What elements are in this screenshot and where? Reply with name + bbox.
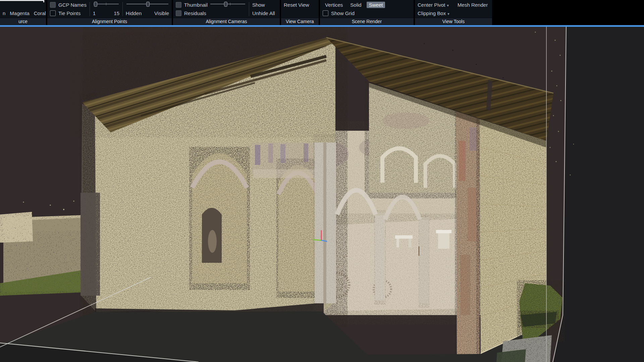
camera-size-slider[interactable] (210, 1, 246, 7)
tie-points-checkbox[interactable] (50, 10, 56, 16)
cropped-panel-fragment (0, 0, 44, 1)
hidden-visible-slider[interactable] (126, 1, 169, 7)
show-grid-label: Show Grid (331, 10, 355, 16)
altar (436, 230, 451, 233)
chevron-down-icon: ▾ (447, 3, 449, 7)
group-label-alignment-points: Alignment Points (47, 18, 172, 25)
gcp-names-label: GCP Names (58, 2, 87, 8)
hidden-label: Hidden (126, 10, 142, 16)
toolbar-group-alignment-points: GCP Names Tie Points 1 (47, 0, 172, 25)
render-mode-solid[interactable]: Solid (348, 2, 364, 8)
render-mode-vertices[interactable]: Vertices (323, 2, 345, 8)
corner-pier (80, 193, 100, 296)
toolbar-group-alignment-cameras: Thumbnail Residuals S (173, 0, 280, 25)
point-size-slider-handle[interactable] (94, 2, 97, 7)
show-button[interactable]: Show (252, 2, 265, 8)
gcp-names-checkbox[interactable] (50, 2, 56, 8)
hidden-visible-slider-handle[interactable] (146, 2, 150, 7)
mesh-render-button[interactable]: Mesh Render (458, 2, 488, 8)
color-option-coral[interactable]: Coral (34, 10, 46, 16)
tie-points-toggle[interactable]: Tie Points (50, 9, 87, 17)
show-grid-checkbox[interactable] (323, 10, 328, 16)
outside-clipbox-right (553, 27, 644, 362)
residuals-toggle[interactable]: Residuals (176, 9, 208, 17)
point-size-slider[interactable] (93, 1, 119, 7)
group-label-view-camera: View Camera (281, 18, 319, 25)
unhide-all-button[interactable]: Unhide All (252, 10, 275, 16)
camera-size-slider-handle[interactable] (224, 2, 227, 7)
clipping-box-dropdown[interactable]: Clipping Box▾ (418, 10, 449, 16)
chevron-down-icon: ▾ (447, 12, 449, 16)
cut-pier (315, 142, 336, 303)
tie-points-label: Tie Points (58, 10, 80, 16)
axis-x-green (313, 240, 321, 240)
group-label-alignment-cameras: Alignment Cameras (173, 18, 280, 25)
slider-max-value: 15 (114, 10, 119, 16)
reset-view-button[interactable]: Reset View (284, 2, 309, 8)
render-mode-sweet[interactable]: Sweet (367, 2, 385, 8)
toolbar-group-source: n Magenta Coral urce (0, 0, 46, 25)
thumbnail-toggle[interactable]: Thumbnail (176, 1, 208, 9)
color-option-truncated[interactable]: n (3, 10, 5, 16)
center-pivot-dropdown[interactable]: Center Pivot▾ (418, 2, 449, 8)
toolbar-filler (493, 0, 644, 25)
group-label-scene-render: Scene Render (320, 18, 414, 25)
thumbnail-label: Thumbnail (184, 2, 208, 8)
cropped-panel-fragment-corner (43, 0, 44, 2)
3d-viewport[interactable] (0, 27, 644, 362)
point-cloud-viewport-render (0, 27, 644, 362)
residuals-checkbox[interactable] (176, 10, 181, 16)
group-label-source: urce (0, 18, 46, 25)
toolbar-group-view-tools: Center Pivot▾ Mesh Render Clipping Box▾ … (415, 0, 492, 25)
top-toolbar: n Magenta Coral urce GCP Names Tie Point… (0, 0, 644, 25)
toolbar-group-view-camera: Reset View View Camera (281, 0, 319, 25)
slider-min-value: 1 (93, 10, 96, 16)
toolbar-group-scene-render: Vertices Solid Sweet Show Grid Scene Ren… (320, 0, 414, 25)
fresco-band (456, 111, 480, 355)
residuals-label: Residuals (184, 10, 206, 16)
group-label-view-tools: View Tools (415, 18, 492, 25)
show-grid-toggle[interactable]: Show Grid (323, 9, 411, 17)
color-option-magenta[interactable]: Magenta (10, 10, 29, 16)
visible-label: Visible (154, 10, 169, 16)
gcp-names-toggle[interactable]: GCP Names (50, 1, 87, 9)
thumbnail-checkbox[interactable] (176, 2, 181, 8)
